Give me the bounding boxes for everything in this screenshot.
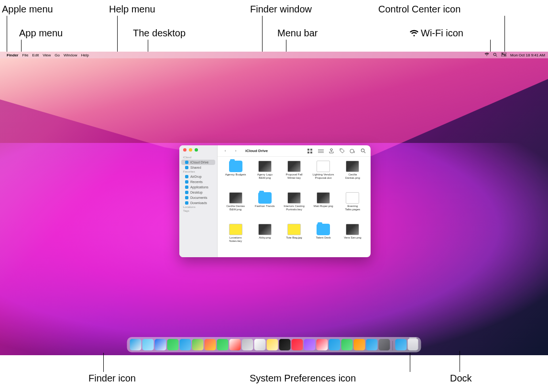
file-name: Fashion Trends xyxy=(255,205,274,208)
dock-numbers-icon[interactable] xyxy=(341,339,353,350)
file-item[interactable]: Talent Deck xyxy=(310,224,337,253)
callout-control-center: Control Center icon xyxy=(378,4,460,15)
dock-downloads-icon[interactable] xyxy=(395,339,407,350)
menu-bar: Finder File Edit View Go Window Help Mon… xyxy=(0,52,548,58)
svg-point-3 xyxy=(502,53,503,54)
file-item[interactable]: Lighting Vendors Proposal.doc xyxy=(310,161,337,190)
svg-point-13 xyxy=(340,149,341,150)
file-item[interactable]: Vera San.png xyxy=(340,224,366,253)
desktop[interactable]: Finder File Edit View Go Window Help Mon… xyxy=(0,52,548,355)
sidebar-item-documents[interactable]: Documents xyxy=(181,195,215,200)
group-button[interactable] xyxy=(318,148,324,154)
dock-pages-icon[interactable] xyxy=(354,339,365,350)
dock-finder-icon[interactable] xyxy=(130,339,142,350)
dock-mail-icon[interactable] xyxy=(180,339,191,350)
dock-app-store-icon[interactable] xyxy=(366,339,378,350)
callout-wifi: Wi-Fi icon xyxy=(409,28,463,39)
dock-news-icon[interactable] xyxy=(317,339,328,350)
dock-messages-icon[interactable] xyxy=(167,339,179,350)
dock-photos-icon[interactable] xyxy=(205,339,216,350)
file-thumbnail xyxy=(287,161,301,172)
minimize-button[interactable] xyxy=(189,148,192,152)
file-item[interactable]: Cecilia Dantas B&W.png xyxy=(222,192,249,222)
file-item[interactable]: Proposal Fall Winter.key xyxy=(281,161,307,190)
svg-point-5 xyxy=(504,55,505,56)
file-item[interactable]: Interiors Casting Portraits.key xyxy=(281,192,307,222)
sidebar-item-airdrop[interactable]: AirDrop xyxy=(181,174,215,179)
menu-window[interactable]: Window xyxy=(64,53,77,57)
dock-system-preferences-icon[interactable] xyxy=(379,339,390,350)
dock-music-icon[interactable] xyxy=(292,339,303,350)
menu-edit[interactable]: Edit xyxy=(32,53,39,57)
file-item[interactable]: Evening Talks.pages xyxy=(340,192,366,222)
menu-view[interactable]: View xyxy=(43,53,51,57)
sidebar-item-label: Downloads xyxy=(190,201,207,205)
menu-help[interactable]: Help xyxy=(81,53,88,57)
sidebar-item-applications[interactable]: Applications xyxy=(181,185,215,190)
folder-shared-icon xyxy=(185,166,188,169)
dock-contacts-icon[interactable] xyxy=(242,339,253,350)
dock-trash-icon[interactable] xyxy=(408,339,418,350)
airdrop-icon xyxy=(185,175,188,178)
dock-facetime-icon[interactable] xyxy=(217,339,229,350)
file-item[interactable]: Tote Bag.jpg xyxy=(281,224,307,253)
file-name: Talent Deck xyxy=(316,236,331,240)
file-thumbnail xyxy=(287,224,301,235)
file-thumbnail xyxy=(229,224,242,235)
svg-rect-2 xyxy=(501,53,506,54)
dock-keynote-icon[interactable] xyxy=(329,339,340,350)
menu-file[interactable]: File xyxy=(22,53,28,57)
file-name: Proposal Fall Winter.key xyxy=(282,173,306,180)
wifi-status-icon[interactable] xyxy=(484,53,489,57)
dock-tv-icon[interactable] xyxy=(279,339,291,350)
file-item[interactable]: Locations Notes.key xyxy=(222,224,249,253)
dock-podcasts-icon[interactable] xyxy=(304,339,316,350)
dock-reminders-icon[interactable] xyxy=(254,339,266,350)
apps-icon xyxy=(185,185,188,189)
file-thumbnail xyxy=(258,192,272,204)
file-name: Vera San.png xyxy=(344,236,361,240)
close-button[interactable] xyxy=(183,148,186,152)
file-thumbnail xyxy=(229,161,242,172)
finder-sidebar: iCloudiCloud DriveSharedFavoritesAirDrop… xyxy=(179,145,218,257)
finder-window[interactable]: iCloudiCloud DriveSharedFavoritesAirDrop… xyxy=(179,145,371,257)
action-button[interactable] xyxy=(350,148,355,154)
svg-point-14 xyxy=(350,149,354,153)
svg-point-0 xyxy=(493,53,496,55)
file-item[interactable]: Cecilia Dantas.png xyxy=(340,161,366,190)
search-button[interactable] xyxy=(360,148,366,154)
zoom-button[interactable] xyxy=(195,148,198,152)
sidebar-item-downloads[interactable]: Downloads xyxy=(181,200,215,206)
callout-finder-window: Finder window xyxy=(250,4,312,15)
sidebar-item-desktop[interactable]: Desktop xyxy=(181,190,215,195)
clock[interactable]: Mon Oct 18 9:41 AM xyxy=(510,53,545,57)
sidebar-item-label: Documents xyxy=(190,196,207,199)
dock-maps-icon[interactable] xyxy=(192,339,204,350)
file-item[interactable]: Ageny Logo B&W.png xyxy=(252,161,278,190)
file-thumbnail xyxy=(346,192,359,204)
dock-separator xyxy=(393,341,393,350)
dock-safari-icon[interactable] xyxy=(155,339,166,350)
sidebar-item-shared[interactable]: Shared xyxy=(181,165,215,170)
spotlight-icon[interactable] xyxy=(493,53,497,58)
file-item[interactable]: Agency Budgets xyxy=(222,161,249,190)
tags-button[interactable] xyxy=(339,148,345,154)
doc-icon xyxy=(185,196,188,199)
dock-launchpad-icon[interactable] xyxy=(142,339,154,350)
back-button[interactable]: ‹ xyxy=(222,148,228,154)
share-button[interactable] xyxy=(329,148,334,154)
dock-notes-icon[interactable] xyxy=(267,339,278,350)
view-icons-button[interactable] xyxy=(307,148,313,154)
finder-toolbar: ‹ › iCloud Drive xyxy=(218,145,371,157)
file-item[interactable]: Abby.png xyxy=(252,224,278,253)
menu-go[interactable]: Go xyxy=(55,53,60,57)
dock-calendar-icon[interactable] xyxy=(230,339,241,350)
forward-button[interactable]: › xyxy=(233,148,239,154)
control-center-icon[interactable] xyxy=(501,53,506,57)
sidebar-item-icloud-drive[interactable]: iCloud Drive xyxy=(181,160,215,165)
file-item[interactable]: Matt Roper.png xyxy=(310,192,337,222)
sidebar-item-recents[interactable]: Recents xyxy=(181,179,215,185)
file-item[interactable]: Fashion Trends xyxy=(252,192,278,222)
file-thumbnail xyxy=(258,161,272,172)
app-menu[interactable]: Finder xyxy=(7,53,18,57)
